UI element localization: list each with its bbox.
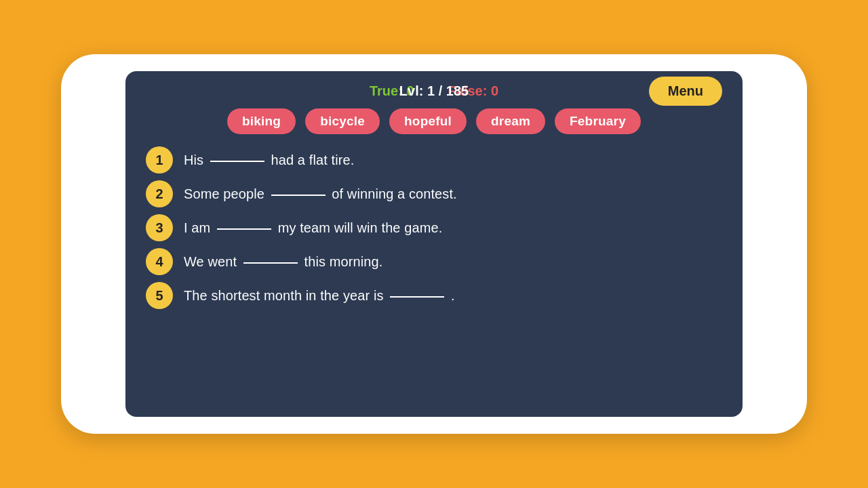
q2-after: of winning a contest. (332, 186, 456, 201)
question-text-1: His had a flat tire. (184, 152, 354, 168)
question-item-4: 4 We went this morning. (146, 248, 722, 275)
question-item-1: 1 His had a flat tire. (146, 146, 722, 174)
question-number-1: 1 (146, 146, 173, 174)
q3-before: I am (184, 220, 210, 235)
question-number-2: 2 (146, 180, 173, 207)
q5-after: . (451, 288, 455, 303)
chip-hopeful[interactable]: hopeful (389, 108, 467, 134)
q4-before: We went (184, 254, 237, 269)
q2-blank[interactable] (271, 193, 326, 196)
question-text-4: We went this morning. (184, 254, 382, 270)
question-text-3: I am my team will win the game. (184, 220, 442, 236)
question-item-5: 5 The shortest month in the year is . (146, 282, 722, 309)
word-chips-row: biking bicycle hopeful dream February (146, 108, 722, 134)
chip-dream[interactable]: dream (476, 108, 545, 134)
screen: Lvl: 1 / 185 True: 0 False: 0 Menu bikin… (125, 71, 743, 417)
q3-blank[interactable] (217, 227, 271, 230)
top-center: Lvl: 1 / 185 True: 0 False: 0 (370, 83, 498, 99)
q5-before: The shortest month in the year is (184, 288, 384, 303)
q1-before: His (184, 152, 203, 167)
q2-before: Some people (184, 186, 264, 201)
question-text-2: Some people of winning a contest. (184, 186, 457, 202)
question-number-3: 3 (146, 214, 173, 241)
menu-button[interactable]: Menu (649, 77, 722, 106)
q5-blank[interactable] (390, 295, 444, 298)
top-row: Lvl: 1 / 185 True: 0 False: 0 Menu (146, 83, 722, 99)
level-text: Lvl: 1 / 185 (399, 83, 469, 99)
q4-blank[interactable] (243, 261, 298, 264)
question-item-2: 2 Some people of winning a contest. (146, 180, 722, 207)
q1-after: had a flat tire. (271, 152, 355, 167)
device-frame: Lvl: 1 / 185 True: 0 False: 0 Menu bikin… (61, 54, 807, 434)
question-number-5: 5 (146, 282, 173, 309)
question-text-5: The shortest month in the year is . (184, 288, 455, 304)
q1-blank[interactable] (210, 159, 264, 162)
question-item-3: 3 I am my team will win the game. (146, 214, 722, 241)
q3-after: my team will win the game. (278, 220, 443, 235)
chip-biking[interactable]: biking (227, 108, 296, 134)
questions-list: 1 His had a flat tire. 2 Some people of … (146, 146, 722, 405)
chip-bicycle[interactable]: bicycle (305, 108, 380, 134)
q4-after: this morning. (304, 254, 383, 269)
question-number-4: 4 (146, 248, 173, 275)
top-right: Menu (637, 77, 722, 106)
chip-february[interactable]: February (555, 108, 641, 134)
